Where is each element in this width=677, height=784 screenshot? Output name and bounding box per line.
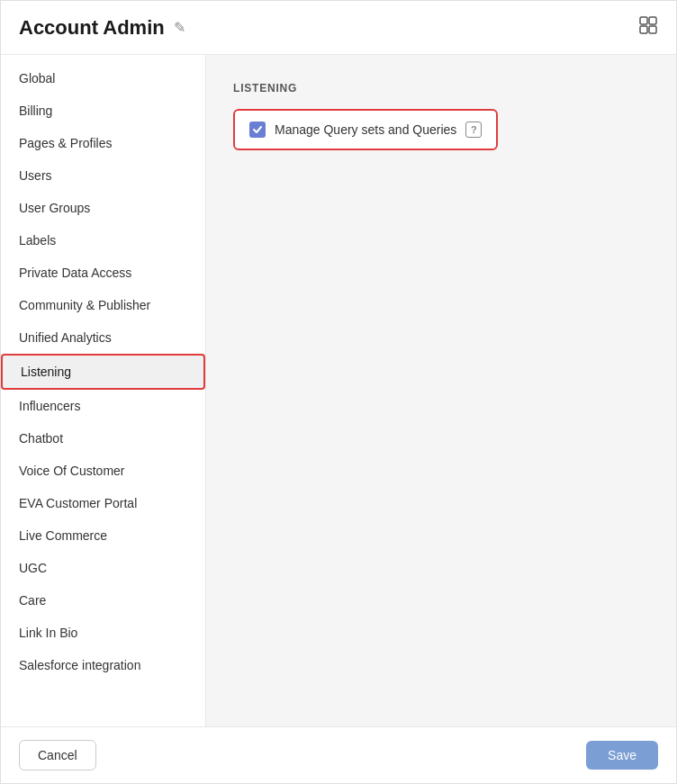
- cancel-button[interactable]: Cancel: [19, 740, 96, 770]
- toolbar-icon[interactable]: [638, 15, 658, 40]
- main-content: GlobalBillingPages & ProfilesUsersUser G…: [1, 55, 676, 726]
- sidebar-item-user-groups[interactable]: User Groups: [1, 192, 205, 224]
- sidebar-item-users[interactable]: Users: [1, 159, 205, 192]
- sidebar-item-unified-analytics[interactable]: Unified Analytics: [1, 321, 205, 354]
- info-icon[interactable]: ?: [465, 122, 482, 138]
- sidebar-item-voice-of-customer[interactable]: Voice Of Customer: [1, 455, 205, 487]
- save-button[interactable]: Save: [586, 741, 658, 770]
- sidebar-item-link-in-bio[interactable]: Link In Bio: [1, 617, 205, 649]
- sidebar-item-live-commerce[interactable]: Live Commerce: [1, 519, 205, 552]
- sidebar-item-eva-customer-portal[interactable]: EVA Customer Portal: [1, 487, 205, 519]
- header-left: Account Admin ✎: [19, 16, 185, 40]
- manage-queries-label: Manage Query sets and Queries: [275, 122, 456, 137]
- sidebar-item-influencers[interactable]: Influencers: [1, 390, 205, 422]
- content-area: LISTENING Manage Query sets and Queries …: [206, 55, 676, 726]
- sidebar-item-salesforce-integration[interactable]: Salesforce integration: [1, 649, 205, 681]
- sidebar-item-community-publisher[interactable]: Community & Publisher: [1, 289, 205, 321]
- edit-icon[interactable]: ✎: [174, 19, 185, 36]
- svg-rect-3: [649, 26, 656, 33]
- footer: Cancel Save: [1, 726, 676, 783]
- svg-rect-2: [640, 26, 647, 33]
- sidebar-item-listening[interactable]: Listening: [1, 354, 205, 390]
- sidebar-item-chatbot[interactable]: Chatbot: [1, 422, 205, 455]
- manage-queries-checkbox[interactable]: [249, 122, 266, 138]
- section-title: LISTENING: [233, 82, 649, 95]
- sidebar-item-labels[interactable]: Labels: [1, 224, 205, 257]
- svg-rect-1: [649, 17, 656, 24]
- sidebar-item-global[interactable]: Global: [1, 62, 205, 95]
- manage-queries-card[interactable]: Manage Query sets and Queries ?: [233, 109, 498, 150]
- header: Account Admin ✎: [1, 1, 676, 55]
- sidebar-item-care[interactable]: Care: [1, 584, 205, 617]
- svg-rect-0: [640, 17, 647, 24]
- sidebar-item-billing[interactable]: Billing: [1, 95, 205, 127]
- page-title: Account Admin: [19, 16, 165, 40]
- sidebar-item-private-data-access[interactable]: Private Data Access: [1, 257, 205, 289]
- sidebar-item-ugc[interactable]: UGC: [1, 552, 205, 584]
- sidebar-item-pages-profiles[interactable]: Pages & Profiles: [1, 127, 205, 159]
- sidebar: GlobalBillingPages & ProfilesUsersUser G…: [1, 55, 206, 726]
